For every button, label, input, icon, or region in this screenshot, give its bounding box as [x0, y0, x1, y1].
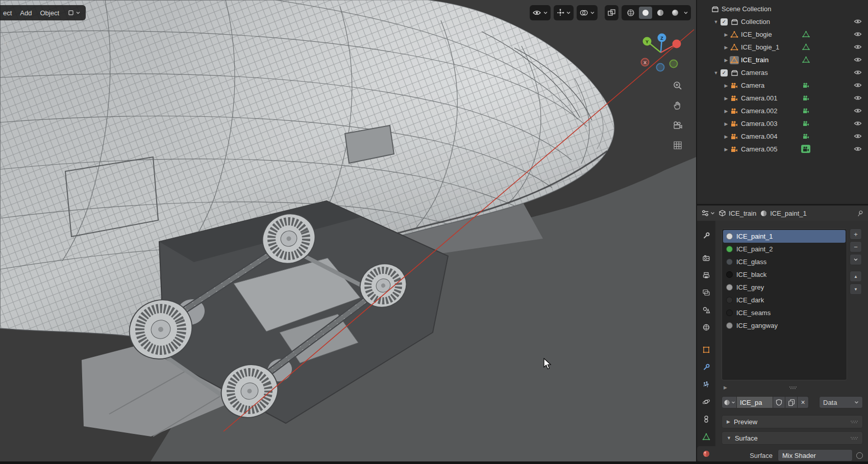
3d-viewport[interactable]: ect Add Object in — [0, 0, 696, 464]
surface-shader-dropdown[interactable]: Mix Shader — [778, 449, 853, 461]
axis-z-neg-ball[interactable] — [657, 64, 664, 71]
outliner-row-ice-bogie-1[interactable]: ▶ ICE_bogie_1 — [697, 41, 868, 54]
browse-material-button[interactable] — [722, 396, 737, 408]
list-expand-icon[interactable]: ▶ — [724, 385, 727, 390]
outliner-row-camera-005[interactable]: ▶ Camera.005 — [697, 143, 868, 156]
pin-id-button[interactable] — [856, 210, 864, 217]
object-visibility-dropdown[interactable] — [530, 5, 551, 20]
preview-panel-header[interactable]: ▶ Preview — [722, 415, 863, 428]
disclosure-open-icon[interactable]: ▼ — [712, 19, 720, 24]
material-slot[interactable]: ICE_grey — [723, 281, 846, 294]
collection-checkbox[interactable]: ✓ — [721, 69, 728, 76]
disclosure-closed-icon[interactable]: ▶ — [723, 147, 730, 152]
menu-object[interactable]: Object — [40, 9, 59, 17]
tab-scene[interactable] — [697, 302, 715, 318]
animate-decorator-icon[interactable] — [856, 452, 863, 459]
eye-toggle[interactable] — [854, 108, 862, 114]
link-mode-dropdown[interactable]: Data — [819, 396, 863, 408]
shading-material-button[interactable] — [654, 7, 667, 19]
move-slot-up-button[interactable]: ▲ — [850, 271, 862, 282]
outliner-row-ice-train[interactable]: ▶ ICE_train — [697, 54, 868, 66]
tab-render[interactable] — [697, 250, 715, 266]
material-slot[interactable]: ICE_paint_1 — [723, 230, 846, 243]
xray-toggle[interactable] — [605, 5, 618, 20]
disclosure-closed-icon[interactable]: ▶ — [723, 109, 730, 114]
fake-user-button[interactable] — [773, 396, 785, 408]
viewport-3d-scene[interactable] — [0, 0, 696, 464]
axis-y-neg-ball[interactable] — [670, 60, 678, 68]
outliner-row-camera-001[interactable]: ▶ Camera.001 — [697, 92, 868, 105]
tab-modifiers[interactable] — [697, 359, 715, 375]
camera-view-button[interactable] — [671, 118, 685, 133]
pan-button[interactable] — [671, 98, 685, 113]
menu-add[interactable]: Add — [20, 9, 32, 17]
slot-specials-button[interactable] — [850, 254, 862, 265]
tab-constraints[interactable] — [697, 411, 715, 427]
material-slot[interactable]: ICE_seams — [723, 306, 846, 319]
add-slot-button[interactable]: + — [850, 228, 862, 240]
eye-toggle[interactable] — [854, 146, 862, 152]
new-material-button[interactable] — [785, 396, 798, 408]
tab-tool[interactable] — [697, 228, 715, 243]
disclosure-open-icon[interactable]: ▼ — [712, 70, 720, 75]
shading-rendered-button[interactable] — [668, 7, 682, 19]
show-gizmos-dropdown[interactable] — [554, 5, 574, 20]
tab-object-data[interactable] — [697, 429, 715, 444]
tab-world[interactable] — [697, 320, 715, 335]
toggle-grid-button[interactable] — [671, 138, 685, 152]
disclosure-closed-icon[interactable]: ▶ — [723, 58, 730, 63]
eye-toggle[interactable] — [854, 82, 862, 88]
menu-select[interactable]: ect — [3, 9, 12, 17]
shading-wireframe-button[interactable] — [624, 7, 637, 19]
breadcrumb-material[interactable]: ICE_paint_1 — [760, 210, 807, 217]
material-slot[interactable]: ICE_black — [723, 268, 846, 281]
tab-view-layer[interactable] — [697, 285, 715, 300]
disclosure-closed-icon[interactable]: ▶ — [723, 32, 730, 37]
eye-toggle[interactable] — [854, 69, 862, 75]
eye-toggle[interactable] — [854, 18, 862, 24]
material-slot[interactable]: ICE_glass — [723, 255, 846, 268]
outliner-row-camera-004[interactable]: ▶ Camera.004 — [697, 130, 868, 143]
navigation-gizmo[interactable]: Y Z X — [638, 30, 684, 75]
outliner-row-camera[interactable]: ▶ Camera — [697, 79, 868, 92]
disclosure-closed-icon[interactable]: ▶ — [723, 45, 730, 50]
material-slot[interactable]: ICE_paint_2 — [723, 243, 846, 255]
panel-drag-grip[interactable] — [850, 436, 858, 440]
tab-object[interactable] — [697, 342, 715, 357]
axis-x-ball[interactable] — [673, 40, 681, 48]
surface-panel-header[interactable]: ▼ Surface — [722, 431, 863, 445]
zoom-button[interactable] — [671, 79, 685, 93]
eye-toggle[interactable] — [854, 57, 862, 63]
material-slot[interactable]: ICE_dark — [723, 294, 846, 306]
outliner-row-camera-003[interactable]: ▶ Camera.003 — [697, 117, 868, 130]
eye-toggle[interactable] — [854, 133, 862, 139]
outliner-row-collection[interactable]: ▼ ✓ Collection — [697, 15, 868, 28]
outliner-editor[interactable]: Scene Collection ▼ ✓ Collection ▶ ICE_bo… — [697, 0, 868, 204]
eye-toggle[interactable] — [854, 95, 862, 101]
collection-checkbox[interactable]: ✓ — [721, 18, 728, 25]
eye-toggle[interactable] — [854, 44, 862, 50]
editor-type-button[interactable] — [701, 209, 715, 217]
tab-particles[interactable] — [697, 377, 715, 392]
outliner-row-ice-bogie[interactable]: ▶ ICE_bogie — [697, 28, 868, 41]
shading-solid-button[interactable] — [639, 7, 652, 19]
disclosure-closed-icon[interactable]: ▶ — [723, 83, 730, 88]
mode-dropdown-button[interactable] — [67, 9, 81, 16]
panel-drag-grip[interactable] — [850, 420, 858, 424]
unlink-material-button[interactable]: × — [798, 396, 809, 408]
eye-toggle[interactable] — [854, 120, 862, 126]
outliner-row-cameras[interactable]: ▼ ✓ Cameras — [697, 66, 868, 79]
remove-slot-button[interactable]: − — [850, 241, 862, 252]
move-slot-down-button[interactable]: ▼ — [850, 283, 862, 295]
material-slot[interactable]: ICE_gangway — [723, 319, 846, 332]
outliner-row-camera-002[interactable]: ▶ Camera.002 — [697, 105, 868, 117]
breadcrumb-object[interactable]: ICE_train — [718, 210, 756, 217]
eye-toggle[interactable] — [854, 31, 862, 37]
show-overlays-dropdown[interactable] — [577, 5, 598, 20]
tab-material[interactable] — [697, 446, 715, 461]
material-name-field[interactable]: ICE_pa — [737, 396, 773, 408]
disclosure-closed-icon[interactable]: ▶ — [723, 134, 730, 139]
material-slots-list[interactable]: ICE_paint_1 ICE_paint_2 ICE_glass — [722, 228, 847, 380]
tab-output[interactable] — [697, 268, 715, 283]
disclosure-closed-icon[interactable]: ▶ — [723, 121, 730, 126]
